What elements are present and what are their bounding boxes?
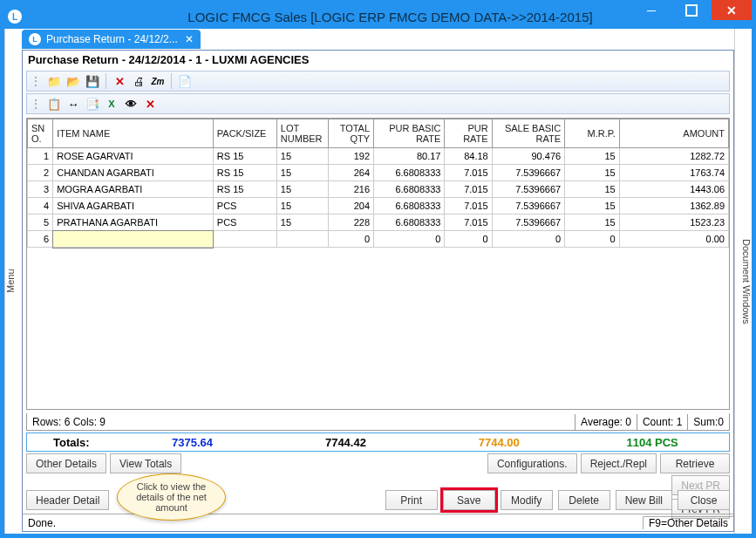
document-icon[interactable]: 📄	[177, 73, 193, 89]
col-qty[interactable]: TOTAL QTY	[328, 119, 373, 148]
cell-pack[interactable]: PCS	[213, 215, 276, 231]
cell-pr[interactable]: 7.015	[445, 165, 492, 181]
cell-sbr[interactable]: 90.476	[492, 148, 564, 165]
minimize-button[interactable]	[631, 0, 671, 20]
view-totals-button[interactable]: View Totals	[110, 453, 181, 473]
cell-lot[interactable]	[276, 231, 328, 248]
cell-pack[interactable]	[213, 231, 276, 248]
cell-mrp[interactable]: 15	[565, 215, 620, 231]
cell-pbr[interactable]: 6.6808333	[374, 198, 445, 215]
cell-pbr[interactable]: 80.17	[374, 148, 445, 165]
col-item[interactable]: ITEM NAME	[53, 119, 214, 148]
menu-rail[interactable]: Menu	[4, 29, 22, 534]
cell-pbr[interactable]: 6.6808333	[374, 181, 445, 198]
cell-pr[interactable]: 7.015	[445, 215, 492, 231]
modify-button[interactable]: Modify	[501, 490, 553, 510]
new-folder-icon[interactable]: 📁	[46, 73, 62, 89]
print-icon[interactable]: 🖨	[131, 73, 146, 89]
cell-amt[interactable]: 0.00	[619, 231, 728, 248]
find-icon[interactable]: 👁	[123, 96, 139, 112]
table-row[interactable]: 3MOGRA AGARBATIRS 15152166.68083337.0157…	[28, 181, 729, 198]
cell-pack[interactable]: RS 15	[213, 181, 276, 198]
configurations-button[interactable]: Configurations.	[487, 453, 577, 473]
save-button[interactable]: Save	[443, 490, 495, 510]
window-close-button[interactable]	[712, 0, 752, 20]
cell-item[interactable]: ROSE AGARVATI	[53, 148, 214, 165]
cell-pack[interactable]: RS 15	[213, 148, 276, 165]
other-details-button[interactable]: Other Details	[26, 453, 106, 473]
cell-item[interactable]: PRATHANA AGARBATI	[53, 215, 214, 231]
col-sbr[interactable]: SALE BASIC RATE	[492, 119, 564, 148]
table-row[interactable]: 1ROSE AGARVATIRS 151519280.1784.1890.476…	[28, 148, 729, 165]
cell-sbr[interactable]: 7.5396667	[492, 215, 564, 231]
cell-mrp[interactable]: 15	[565, 181, 620, 198]
cell-sno[interactable]: 2	[28, 165, 53, 181]
maximize-button[interactable]	[671, 0, 712, 20]
cell-sno[interactable]: 1	[28, 148, 53, 165]
cell-amt[interactable]: 1362.89	[619, 198, 728, 215]
delete-icon[interactable]: ✕	[112, 73, 127, 89]
col-amt[interactable]: AMOUNT	[619, 119, 728, 148]
table-row[interactable]: 2CHANDAN AGARBATIRS 15152646.68083337.01…	[28, 165, 729, 181]
cell-sno[interactable]: 3	[28, 181, 53, 198]
cell-mrp[interactable]: 15	[565, 165, 620, 181]
cell-lot[interactable]: 15	[276, 198, 328, 215]
cell-pack[interactable]: PCS	[213, 198, 276, 215]
excel-icon[interactable]: X	[104, 96, 119, 112]
data-table[interactable]: SN O. ITEM NAME PACK/SIZE LOT NUMBER TOT…	[27, 119, 729, 248]
cell-pbr[interactable]: 6.6808333	[374, 215, 445, 231]
col-lot[interactable]: LOT NUMBER	[276, 119, 328, 148]
col-pack[interactable]: PACK/SIZE	[213, 119, 276, 148]
cell-lot[interactable]: 15	[276, 215, 328, 231]
save-icon[interactable]: 💾	[85, 73, 100, 89]
delete-row-icon[interactable]: ✕	[142, 96, 158, 112]
retrieve-button[interactable]: Retrieve	[660, 453, 730, 473]
autofit-icon[interactable]: ↔	[65, 96, 81, 112]
cell-pr[interactable]: 7.015	[445, 198, 492, 215]
cell-qty[interactable]: 0	[328, 231, 373, 248]
cell-sno[interactable]: 5	[28, 215, 53, 231]
cell-qty[interactable]: 204	[328, 198, 373, 215]
cell-item[interactable]: MOGRA AGARBATI	[53, 181, 214, 198]
cell-mrp[interactable]: 0	[565, 231, 620, 248]
cell-pr[interactable]: 7.015	[445, 181, 492, 198]
toolbar-grip-icon[interactable]: ⋮	[31, 98, 41, 110]
cell-pbr[interactable]: 0	[374, 231, 445, 248]
col-pbr[interactable]: PUR BASIC RATE	[374, 119, 445, 148]
cell-qty[interactable]: 228	[328, 215, 373, 231]
tab-close-icon[interactable]: ✕	[185, 33, 194, 45]
cell-sbr[interactable]: 7.5396667	[492, 165, 564, 181]
cell-mrp[interactable]: 15	[565, 198, 620, 215]
cell-item[interactable]	[53, 231, 214, 248]
zoom-icon[interactable]: Zm	[150, 73, 166, 89]
cell-item[interactable]: SHIVA AGARBATI	[53, 198, 214, 215]
toolbar-grip-icon[interactable]: ⋮	[31, 75, 41, 87]
table-row[interactable]: 5PRATHANA AGARBATIPCS152286.68083337.015…	[28, 215, 729, 231]
cell-amt[interactable]: 1763.74	[619, 165, 728, 181]
cell-sbr[interactable]: 7.5396667	[492, 198, 564, 215]
cell-pr[interactable]: 84.18	[445, 148, 492, 165]
cell-pbr[interactable]: 6.6808333	[374, 165, 445, 181]
table-row[interactable]: 6000000.00	[28, 231, 729, 248]
cell-qty[interactable]: 264	[328, 165, 373, 181]
col-sno[interactable]: SN O.	[28, 119, 53, 148]
col-pr[interactable]: PUR RATE	[445, 119, 492, 148]
cell-pr[interactable]: 0	[445, 231, 492, 248]
cell-qty[interactable]: 192	[328, 148, 373, 165]
cell-sno[interactable]: 6	[28, 231, 53, 248]
header-details-button[interactable]: Header Detail	[26, 490, 109, 510]
open-icon[interactable]: 📂	[65, 73, 81, 89]
cell-mrp[interactable]: 15	[565, 148, 620, 165]
doc-windows-rail[interactable]: Document Windows	[734, 29, 752, 534]
reject-repl-button[interactable]: Reject./Repl	[581, 453, 657, 473]
cell-lot[interactable]: 15	[276, 148, 328, 165]
cell-amt[interactable]: 1282.72	[619, 148, 728, 165]
cell-qty[interactable]: 216	[328, 181, 373, 198]
tab-purchase-return[interactable]: L Purchase Return - 24/12/2... ✕	[22, 30, 201, 49]
cell-sno[interactable]: 4	[28, 198, 53, 215]
close-button[interactable]: Close	[678, 490, 730, 510]
print-button[interactable]: Print	[385, 490, 438, 510]
cell-lot[interactable]: 15	[276, 165, 328, 181]
col-mrp[interactable]: M.R.P.	[565, 119, 620, 148]
cell-lot[interactable]: 15	[276, 181, 328, 198]
